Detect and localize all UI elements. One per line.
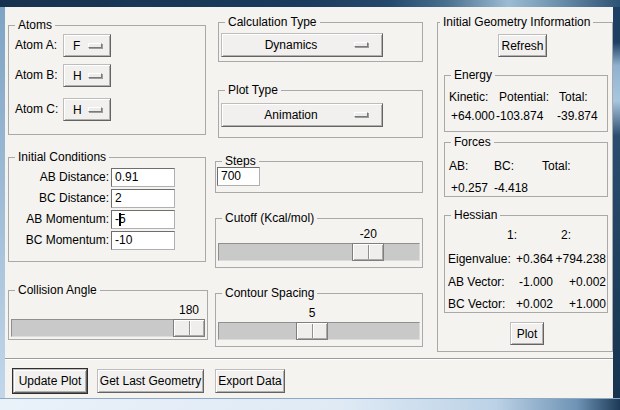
dropdown-dash-icon bbox=[88, 43, 102, 48]
bc-momentum-input[interactable]: -10 bbox=[111, 231, 175, 250]
forces-bc-value: -4.418 bbox=[494, 181, 528, 195]
hessian-title: Hessian bbox=[451, 208, 500, 223]
calculation-type-title: Calculation Type bbox=[225, 15, 320, 30]
atom-a-value: F bbox=[73, 39, 80, 53]
collision-angle-group: Collision Angle 180 bbox=[8, 290, 208, 340]
hessian-ab-vector-label: AB Vector: bbox=[448, 275, 505, 289]
plot-button[interactable]: Plot bbox=[510, 322, 544, 345]
energy-potential-header: Potential: bbox=[499, 90, 549, 104]
hessian-eigenvalue-2: +794.238 bbox=[553, 252, 606, 266]
update-plot-button[interactable]: Update Plot bbox=[13, 369, 87, 393]
footer-separator bbox=[5, 358, 613, 360]
hessian-ab-vector-2: +0.002 bbox=[553, 275, 606, 289]
window-border-top bbox=[0, 0, 620, 7]
ab-momentum-input[interactable]: -5 bbox=[111, 210, 175, 229]
contour-spacing-slider-handle[interactable] bbox=[296, 322, 328, 340]
energy-title: Energy bbox=[451, 68, 495, 83]
plot-type-value: Animation bbox=[222, 108, 360, 122]
cutoff-title: Cutoff (Kcal/mol) bbox=[222, 211, 317, 226]
energy-potential-value: -103.874 bbox=[496, 109, 543, 123]
calculation-type-group: Calculation Type Dynamics bbox=[218, 22, 423, 62]
contour-spacing-slider: 5 bbox=[218, 322, 420, 340]
forces-bc-header: BC: bbox=[494, 159, 514, 173]
initial-conditions-title: Initial Conditions bbox=[15, 150, 109, 165]
window-border-bottom bbox=[0, 398, 620, 410]
hessian-eigenvalue-label: Eigenvalue: bbox=[448, 252, 511, 266]
cutoff-group: Cutoff (Kcal/mol) -20 bbox=[215, 218, 423, 268]
hessian-group: Hessian 1: 2: Eigenvalue: +0.364 +794.23… bbox=[444, 215, 608, 313]
forces-ab-header: AB: bbox=[449, 159, 468, 173]
cutoff-slider-handle[interactable] bbox=[352, 243, 384, 261]
contour-spacing-title: Contour Spacing bbox=[222, 286, 317, 301]
bc-distance-input[interactable]: 2 bbox=[111, 189, 175, 208]
hessian-col1-header: 1: bbox=[507, 228, 517, 242]
window-border-left bbox=[0, 7, 5, 398]
atom-b-value: H bbox=[73, 69, 82, 83]
contour-spacing-group: Contour Spacing 5 bbox=[215, 293, 423, 347]
energy-total-value: -39.874 bbox=[557, 109, 598, 123]
initial-conditions-group: Initial Conditions AB Distance: 0.91 BC … bbox=[8, 157, 206, 262]
collision-angle-slider-handle[interactable] bbox=[173, 319, 205, 337]
plot-type-dropdown[interactable]: Animation bbox=[221, 103, 383, 127]
ab-distance-label: AB Distance: bbox=[11, 170, 109, 184]
hessian-eigenvalue-1: +0.364 bbox=[505, 252, 553, 266]
energy-kinetic-value: +64.000 bbox=[451, 109, 495, 123]
atom-c-label: Atom C: bbox=[15, 102, 58, 116]
hessian-bc-vector-label: BC Vector: bbox=[448, 297, 505, 311]
forces-total-header: Total: bbox=[542, 159, 571, 173]
dropdown-dash-icon bbox=[354, 112, 368, 117]
energy-kinetic-header: Kinetic: bbox=[449, 90, 488, 104]
hessian-bc-vector-1: +0.002 bbox=[505, 297, 553, 311]
initial-geometry-group: Initial Geometry Information Refresh Ene… bbox=[437, 22, 613, 352]
contour-spacing-slider-value: 5 bbox=[309, 306, 316, 320]
calculation-type-dropdown[interactable]: Dynamics bbox=[221, 33, 383, 57]
atom-b-label: Atom B: bbox=[15, 68, 58, 82]
calculation-type-value: Dynamics bbox=[222, 38, 360, 52]
atoms-group: Atoms Atom A: F Atom B: H Atom C: H bbox=[8, 25, 206, 135]
dialog-window: Atoms Atom A: F Atom B: H Atom C: H Calc… bbox=[0, 0, 620, 410]
forces-group: Forces AB: BC: Total: +0.257 -4.418 bbox=[444, 142, 608, 197]
text-caret bbox=[119, 213, 121, 226]
energy-total-header: Total: bbox=[559, 90, 588, 104]
bc-distance-label: BC Distance: bbox=[11, 191, 109, 205]
plot-type-title: Plot Type bbox=[225, 83, 281, 98]
dropdown-dash-icon bbox=[88, 73, 102, 78]
steps-input[interactable]: 700 bbox=[217, 167, 260, 186]
dropdown-dash-icon bbox=[88, 107, 102, 112]
hessian-bc-vector-2: +1.000 bbox=[553, 297, 606, 311]
forces-ab-value: +0.257 bbox=[451, 181, 488, 195]
refresh-button[interactable]: Refresh bbox=[498, 34, 547, 57]
window-border-right bbox=[613, 7, 620, 398]
cutoff-slider-value: -20 bbox=[360, 227, 377, 241]
hessian-ab-vector-1: -1.000 bbox=[505, 275, 553, 289]
atom-c-value: H bbox=[73, 103, 82, 117]
atom-a-dropdown[interactable]: F bbox=[63, 34, 111, 57]
initial-geometry-title: Initial Geometry Information bbox=[440, 15, 593, 30]
collision-angle-slider: 180 bbox=[11, 319, 205, 337]
atom-a-label: Atom A: bbox=[15, 38, 57, 52]
export-data-button[interactable]: Export Data bbox=[215, 369, 285, 393]
dropdown-dash-icon bbox=[354, 42, 368, 47]
ab-distance-input[interactable]: 0.91 bbox=[111, 168, 175, 187]
collision-angle-slider-value: 180 bbox=[179, 303, 199, 317]
plot-type-group: Plot Type Animation bbox=[218, 90, 423, 138]
forces-title: Forces bbox=[451, 135, 494, 150]
get-last-geometry-button[interactable]: Get Last Geometry bbox=[97, 369, 204, 393]
collision-angle-title: Collision Angle bbox=[15, 283, 100, 298]
ab-momentum-label: AB Momentum: bbox=[11, 212, 109, 226]
hessian-col2-header: 2: bbox=[561, 228, 571, 242]
bc-momentum-label: BC Momentum: bbox=[11, 233, 109, 247]
atom-b-dropdown[interactable]: H bbox=[63, 64, 111, 87]
cutoff-slider-trough[interactable] bbox=[218, 243, 420, 261]
cutoff-slider: -20 bbox=[218, 243, 420, 261]
atoms-group-title: Atoms bbox=[15, 18, 55, 33]
atom-c-dropdown[interactable]: H bbox=[63, 98, 111, 121]
steps-group: Steps 700 bbox=[215, 161, 423, 193]
energy-group: Energy Kinetic: Potential: Total: +64.00… bbox=[444, 75, 608, 132]
